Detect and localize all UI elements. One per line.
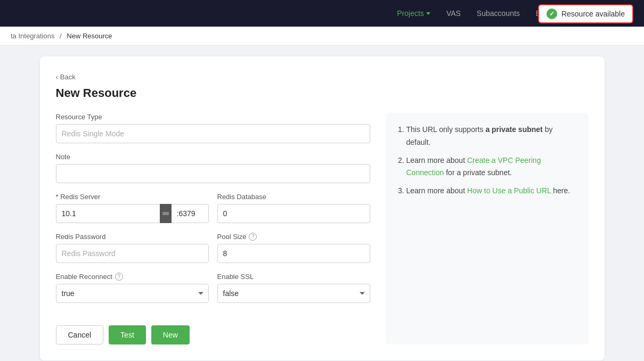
resource-type-label: Resource Type <box>56 113 370 121</box>
resource-type-group: Resource Type <box>56 113 370 143</box>
enable-reconnect-group: Enable Reconnect ? true false <box>56 273 209 303</box>
note-group: Note <box>56 153 370 183</box>
pool-size-group: Pool Size ? <box>217 233 370 263</box>
main-content: ‹ Back New Resource Resource Type Note <box>29 46 615 361</box>
enable-ssl-label: Enable SSL <box>217 273 370 281</box>
redis-server-db-row: * Redis Server Redis Database <box>56 193 370 233</box>
redis-db-group: Redis Database <box>217 193 370 223</box>
pool-size-label-row: Pool Size ? <box>217 233 370 241</box>
breadcrumb-parent[interactable]: ta Integrations <box>11 32 54 40</box>
ssl-select-wrapper: true false <box>217 284 370 303</box>
check-icon: ✓ <box>547 9 557 19</box>
back-label: Back <box>60 73 76 81</box>
form-left: Resource Type Note * Redis Server <box>56 113 370 344</box>
button-row: Cancel Test New <box>56 325 370 344</box>
redis-password-group: Redis Password <box>56 233 209 263</box>
info-item-1: This URL only supports a private subnet … <box>406 124 578 149</box>
redis-server-ip-input[interactable] <box>56 204 160 223</box>
note-label: Note <box>56 153 370 161</box>
pool-size-label: Pool Size <box>217 233 247 241</box>
enable-ssl-select[interactable]: true false <box>217 284 370 303</box>
back-link[interactable]: ‹ Back <box>56 73 76 81</box>
breadcrumb-current: New Resource <box>67 32 112 40</box>
note-input[interactable] <box>56 164 370 183</box>
redis-server-group: * Redis Server <box>56 193 209 223</box>
test-button[interactable]: Test <box>109 325 146 344</box>
pool-size-input[interactable] <box>217 244 370 263</box>
reconnect-help-icon[interactable]: ? <box>115 273 123 281</box>
redis-server-port-input[interactable] <box>172 204 209 223</box>
public-url-link[interactable]: How to Use a Public URL <box>467 186 551 195</box>
header: Projects VAS Subaccounts Billing Tickets… <box>0 0 644 27</box>
enable-ssl-group: Enable SSL true false <box>217 273 370 303</box>
resource-available-badge: ✓ Resource available <box>538 4 633 23</box>
back-chevron-icon: ‹ <box>56 73 58 81</box>
nav-subaccounts[interactable]: Subaccounts <box>477 9 520 18</box>
nav-vas[interactable]: VAS <box>446 9 461 18</box>
redis-ip-mask <box>160 204 172 223</box>
cancel-button[interactable]: Cancel <box>56 325 104 344</box>
reconnect-ssl-row: Enable Reconnect ? true false Enable SSL <box>56 273 370 313</box>
breadcrumb-separator: / <box>60 32 62 40</box>
form-card: ‹ Back New Resource Resource Type Note <box>40 56 605 360</box>
reconnect-select-wrapper: true false <box>56 284 209 303</box>
resource-badge-label: Resource available <box>561 10 625 18</box>
info-panel: This URL only supports a private subnet … <box>386 113 589 344</box>
mask-block <box>162 212 169 215</box>
info-item-3: Learn more about How to Use a Public URL… <box>406 185 578 198</box>
redis-server-label: * Redis Server <box>56 193 209 201</box>
password-pool-row: Redis Password Pool Size ? <box>56 233 370 273</box>
new-button[interactable]: New <box>151 325 190 344</box>
redis-password-input[interactable] <box>56 244 209 263</box>
pool-size-help-icon[interactable]: ? <box>249 233 257 241</box>
nav-projects[interactable]: Projects <box>397 9 430 18</box>
projects-caret-icon <box>426 12 430 15</box>
page-title: New Resource <box>56 86 589 100</box>
info-item-2: Learn more about Create a VPC Peering Co… <box>406 154 578 180</box>
enable-reconnect-label: Enable Reconnect <box>56 273 112 281</box>
reconnect-label-row: Enable Reconnect ? <box>56 273 209 281</box>
vpc-peering-link[interactable]: Create a VPC Peering Connection <box>406 156 541 177</box>
redis-db-label: Redis Database <box>217 193 370 201</box>
breadcrumb: ta Integrations / New Resource <box>0 27 644 46</box>
enable-reconnect-select[interactable]: true false <box>56 284 209 303</box>
form-layout: Resource Type Note * Redis Server <box>56 113 589 344</box>
redis-server-input-row <box>56 204 209 223</box>
redis-db-input[interactable] <box>217 204 370 223</box>
resource-type-input[interactable] <box>56 124 370 143</box>
redis-password-label: Redis Password <box>56 233 209 241</box>
